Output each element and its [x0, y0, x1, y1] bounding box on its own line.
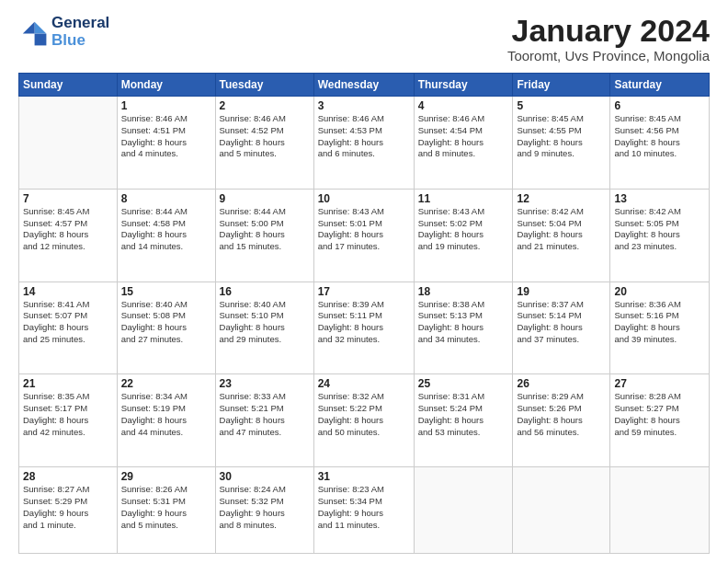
calendar-cell: 29Sunrise: 8:26 AM Sunset: 5:31 PM Dayli… [117, 467, 215, 554]
calendar-cell: 5Sunrise: 8:45 AM Sunset: 4:55 PM Daylig… [513, 97, 610, 190]
day-info: Sunrise: 8:46 AM Sunset: 4:53 PM Dayligh… [318, 113, 410, 160]
day-info: Sunrise: 8:32 AM Sunset: 5:22 PM Dayligh… [318, 391, 410, 438]
day-number: 19 [517, 285, 606, 298]
day-number: 5 [517, 99, 606, 112]
calendar-cell: 3Sunrise: 8:46 AM Sunset: 4:53 PM Daylig… [313, 97, 414, 190]
day-number: 31 [318, 470, 410, 483]
calendar-cell: 25Sunrise: 8:31 AM Sunset: 5:24 PM Dayli… [414, 374, 513, 467]
calendar-header-row: SundayMondayTuesdayWednesdayThursdayFrid… [19, 74, 710, 97]
day-number: 26 [517, 377, 606, 390]
calendar-cell: 23Sunrise: 8:33 AM Sunset: 5:21 PM Dayli… [215, 374, 313, 467]
calendar-cell: 14Sunrise: 8:41 AM Sunset: 5:07 PM Dayli… [19, 282, 118, 374]
day-info: Sunrise: 8:35 AM Sunset: 5:17 PM Dayligh… [23, 391, 113, 438]
calendar-cell: 13Sunrise: 8:42 AM Sunset: 5:05 PM Dayli… [610, 189, 710, 282]
day-number: 16 [220, 285, 310, 298]
week-row-3: 14Sunrise: 8:41 AM Sunset: 5:07 PM Dayli… [19, 282, 710, 374]
calendar-cell: 21Sunrise: 8:35 AM Sunset: 5:17 PM Dayli… [19, 374, 118, 467]
day-info: Sunrise: 8:39 AM Sunset: 5:11 PM Dayligh… [318, 299, 410, 346]
week-row-4: 21Sunrise: 8:35 AM Sunset: 5:17 PM Dayli… [19, 374, 710, 467]
calendar-cell [513, 467, 610, 554]
day-number: 20 [614, 285, 705, 298]
day-info: Sunrise: 8:44 AM Sunset: 5:00 PM Dayligh… [220, 206, 310, 253]
day-number: 29 [121, 470, 211, 483]
day-info: Sunrise: 8:36 AM Sunset: 5:16 PM Dayligh… [614, 299, 705, 346]
calendar-cell: 19Sunrise: 8:37 AM Sunset: 5:14 PM Dayli… [513, 282, 610, 374]
day-info: Sunrise: 8:46 AM Sunset: 4:51 PM Dayligh… [121, 113, 211, 160]
calendar-cell: 17Sunrise: 8:39 AM Sunset: 5:11 PM Dayli… [313, 282, 414, 374]
day-number: 13 [614, 192, 705, 205]
calendar-cell [414, 467, 513, 554]
day-number: 12 [517, 192, 606, 205]
calendar-cell [19, 97, 118, 190]
svg-marker-0 [35, 21, 47, 33]
calendar-cell: 22Sunrise: 8:34 AM Sunset: 5:19 PM Dayli… [117, 374, 215, 467]
day-number: 3 [318, 99, 410, 112]
page: General Blue January 2024 Tooromt, Uvs P… [0, 0, 728, 563]
calendar-cell: 11Sunrise: 8:43 AM Sunset: 5:02 PM Dayli… [414, 189, 513, 282]
title-section: January 2024 Tooromt, Uvs Province, Mong… [507, 15, 710, 63]
calendar-table: SundayMondayTuesdayWednesdayThursdayFrid… [18, 73, 710, 554]
day-info: Sunrise: 8:40 AM Sunset: 5:08 PM Dayligh… [121, 299, 211, 346]
day-header-thursday: Thursday [414, 74, 513, 97]
calendar-body: 1Sunrise: 8:46 AM Sunset: 4:51 PM Daylig… [19, 97, 710, 554]
calendar-cell: 20Sunrise: 8:36 AM Sunset: 5:16 PM Dayli… [610, 282, 710, 374]
calendar-cell: 27Sunrise: 8:28 AM Sunset: 5:27 PM Dayli… [610, 374, 710, 467]
month-title: January 2024 [507, 15, 710, 46]
day-number: 4 [418, 99, 509, 112]
day-info: Sunrise: 8:41 AM Sunset: 5:07 PM Dayligh… [23, 299, 113, 346]
day-number: 21 [23, 377, 113, 390]
logo-text: General Blue [51, 15, 109, 49]
week-row-2: 7Sunrise: 8:45 AM Sunset: 4:57 PM Daylig… [19, 189, 710, 282]
day-number: 28 [23, 470, 113, 483]
header: General Blue January 2024 Tooromt, Uvs P… [18, 15, 710, 63]
calendar-cell: 7Sunrise: 8:45 AM Sunset: 4:57 PM Daylig… [19, 189, 118, 282]
logo: General Blue [18, 15, 109, 49]
day-info: Sunrise: 8:29 AM Sunset: 5:26 PM Dayligh… [517, 391, 606, 438]
day-number: 30 [220, 470, 310, 483]
calendar-cell: 26Sunrise: 8:29 AM Sunset: 5:26 PM Dayli… [513, 374, 610, 467]
calendar-cell: 9Sunrise: 8:44 AM Sunset: 5:00 PM Daylig… [215, 189, 313, 282]
calendar-cell: 4Sunrise: 8:46 AM Sunset: 4:54 PM Daylig… [414, 97, 513, 190]
day-info: Sunrise: 8:24 AM Sunset: 5:32 PM Dayligh… [220, 484, 310, 531]
day-number: 1 [121, 99, 211, 112]
day-header-friday: Friday [513, 74, 610, 97]
day-header-wednesday: Wednesday [313, 74, 414, 97]
day-number: 27 [614, 377, 705, 390]
day-header-tuesday: Tuesday [215, 74, 313, 97]
day-info: Sunrise: 8:37 AM Sunset: 5:14 PM Dayligh… [517, 299, 606, 346]
calendar-cell [610, 467, 710, 554]
day-info: Sunrise: 8:38 AM Sunset: 5:13 PM Dayligh… [418, 299, 509, 346]
calendar-cell: 30Sunrise: 8:24 AM Sunset: 5:32 PM Dayli… [215, 467, 313, 554]
day-info: Sunrise: 8:46 AM Sunset: 4:52 PM Dayligh… [220, 113, 310, 160]
week-row-5: 28Sunrise: 8:27 AM Sunset: 5:29 PM Dayli… [19, 467, 710, 554]
svg-marker-2 [23, 21, 35, 33]
calendar-cell: 31Sunrise: 8:23 AM Sunset: 5:34 PM Dayli… [313, 467, 414, 554]
day-info: Sunrise: 8:43 AM Sunset: 5:01 PM Dayligh… [318, 206, 410, 253]
day-number: 24 [318, 377, 410, 390]
day-number: 17 [318, 285, 410, 298]
day-info: Sunrise: 8:42 AM Sunset: 5:05 PM Dayligh… [614, 206, 705, 253]
day-number: 15 [121, 285, 211, 298]
day-header-monday: Monday [117, 74, 215, 97]
calendar-cell: 28Sunrise: 8:27 AM Sunset: 5:29 PM Dayli… [19, 467, 118, 554]
day-number: 11 [418, 192, 509, 205]
day-header-sunday: Sunday [19, 74, 118, 97]
day-info: Sunrise: 8:26 AM Sunset: 5:31 PM Dayligh… [121, 484, 211, 531]
svg-marker-1 [35, 33, 47, 45]
location-subtitle: Tooromt, Uvs Province, Mongolia [507, 48, 710, 63]
day-info: Sunrise: 8:31 AM Sunset: 5:24 PM Dayligh… [418, 391, 509, 438]
calendar-cell: 1Sunrise: 8:46 AM Sunset: 4:51 PM Daylig… [117, 97, 215, 190]
week-row-1: 1Sunrise: 8:46 AM Sunset: 4:51 PM Daylig… [19, 97, 710, 190]
day-number: 7 [23, 192, 113, 205]
day-number: 9 [220, 192, 310, 205]
day-info: Sunrise: 8:44 AM Sunset: 4:58 PM Dayligh… [121, 206, 211, 253]
day-number: 23 [220, 377, 310, 390]
logo-icon [18, 17, 48, 47]
day-info: Sunrise: 8:33 AM Sunset: 5:21 PM Dayligh… [220, 391, 310, 438]
day-info: Sunrise: 8:45 AM Sunset: 4:56 PM Dayligh… [614, 113, 705, 160]
calendar-cell: 8Sunrise: 8:44 AM Sunset: 4:58 PM Daylig… [117, 189, 215, 282]
day-number: 2 [220, 99, 310, 112]
calendar-cell: 10Sunrise: 8:43 AM Sunset: 5:01 PM Dayli… [313, 189, 414, 282]
calendar-cell: 24Sunrise: 8:32 AM Sunset: 5:22 PM Dayli… [313, 374, 414, 467]
day-header-saturday: Saturday [610, 74, 710, 97]
